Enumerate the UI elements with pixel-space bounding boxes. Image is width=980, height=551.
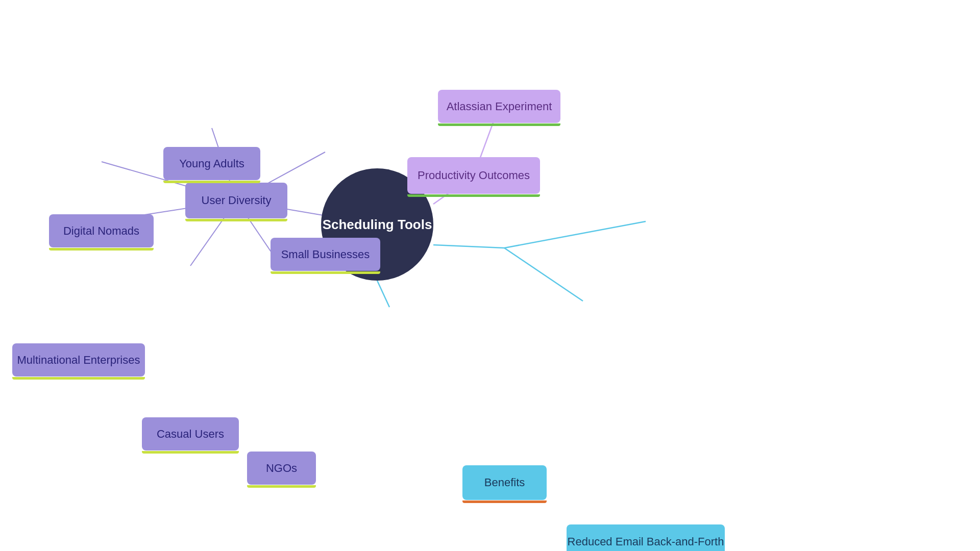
benefits-label: Benefits bbox=[484, 476, 525, 489]
ngos-node[interactable]: NGOs bbox=[247, 452, 316, 485]
productivity-outcomes-node[interactable]: Productivity Outcomes bbox=[407, 157, 540, 194]
digital-nomads-node[interactable]: Digital Nomads bbox=[49, 214, 154, 247]
ngos-label: NGOs bbox=[266, 462, 297, 475]
atlassian-label: Atlassian Experiment bbox=[447, 100, 552, 113]
multinational-label: Multinational Enterprises bbox=[17, 354, 140, 367]
multinational-node[interactable]: Multinational Enterprises bbox=[12, 343, 145, 377]
svg-line-11 bbox=[504, 248, 583, 301]
reduced-email-node[interactable]: Reduced Email Back-and-Forth bbox=[567, 524, 725, 551]
svg-line-12 bbox=[377, 281, 389, 307]
svg-line-9 bbox=[433, 245, 504, 248]
small-businesses-node[interactable]: Small Businesses bbox=[271, 238, 380, 271]
productivity-label: Productivity Outcomes bbox=[418, 169, 530, 182]
center-label: Scheduling Tools bbox=[323, 217, 432, 233]
casual-users-label: Casual Users bbox=[157, 428, 224, 441]
svg-line-10 bbox=[504, 221, 646, 248]
casual-users-node[interactable]: Casual Users bbox=[142, 417, 239, 450]
young-adults-node[interactable]: Young Adults bbox=[163, 147, 260, 180]
user-diversity-node[interactable]: User Diversity bbox=[185, 183, 287, 218]
user-diversity-label: User Diversity bbox=[202, 194, 272, 207]
digital-nomads-label: Digital Nomads bbox=[63, 224, 139, 238]
benefits-node[interactable]: Benefits bbox=[462, 465, 547, 500]
small-businesses-label: Small Businesses bbox=[281, 248, 370, 261]
young-adults-label: Young Adults bbox=[179, 157, 244, 170]
reduced-email-label: Reduced Email Back-and-Forth bbox=[568, 535, 724, 548]
atlassian-experiment-node[interactable]: Atlassian Experiment bbox=[438, 90, 560, 123]
